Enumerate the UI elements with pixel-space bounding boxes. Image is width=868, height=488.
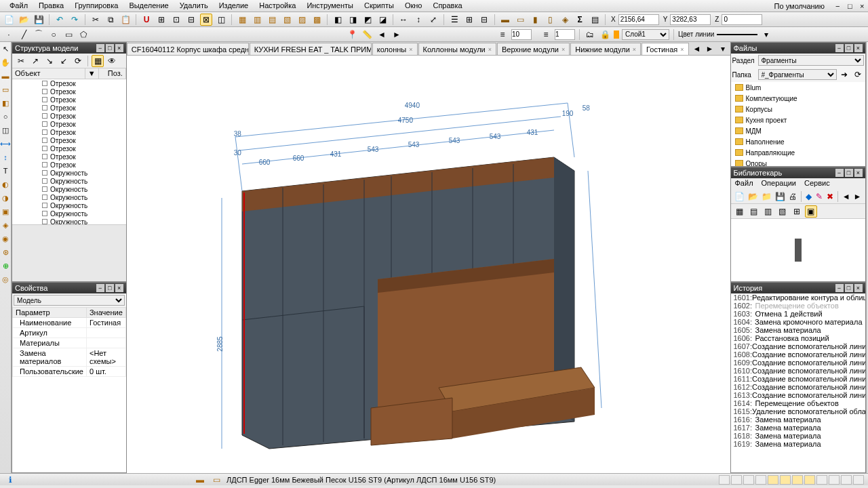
tab-close-icon[interactable]: × [488,46,492,53]
property-row[interactable]: Пользовательские0 шт. [13,367,126,377]
tree-item[interactable]: Отрезок [12,87,126,96]
document-tab[interactable]: Гостиная× [642,43,688,55]
history-item[interactable]: 1617:Замена материала [731,424,865,432]
tab-list-icon[interactable]: ▾ [717,43,729,55]
layer-icon[interactable]: 🗂 [584,28,596,41]
menu-delete[interactable]: Удалить [174,0,214,12]
history-item[interactable]: 1618:Замена материала [731,432,865,440]
sb2-icon[interactable] [731,475,742,485]
history-item[interactable]: 1604:Замена кромочного материала [731,318,865,326]
dim2-icon[interactable]: ↕ [412,14,425,26]
history-item[interactable]: 1613:Создание вспомогательной линии [731,391,865,399]
open-icon[interactable]: 📂 [18,14,30,26]
lib-open-icon[interactable]: 📂 [747,190,759,203]
back-icon[interactable]: ◄ [376,28,388,41]
struct-t4-icon[interactable]: ↙ [58,55,70,67]
lib-c2-icon[interactable]: ✎ [815,190,824,203]
tree-item[interactable]: Отрезок [12,104,126,112]
lib-menu-ops[interactable]: Операции [757,178,800,189]
pan-icon[interactable]: ✋ [0,57,11,68]
lib-c3-icon[interactable]: ✖ [825,190,834,203]
file-folder[interactable]: Blum [731,82,865,93]
tab-close-icon[interactable]: × [633,46,636,53]
lib-new-icon[interactable]: 📄 [734,190,745,203]
sb5-icon[interactable] [768,475,778,485]
sb1-icon[interactable] [719,475,730,485]
linecount-input[interactable] [555,29,575,40]
tree-col-pos[interactable]: Поз. [99,68,126,79]
history-list[interactable]: 1601:Редактирование контура и облицовки … [731,293,865,472]
tree-item[interactable]: Отрезок [12,112,126,120]
lib-add-icon[interactable]: 📁 [761,190,772,203]
text-icon[interactable]: T [0,165,11,176]
tree-item[interactable]: Отрезок [12,152,126,161]
sb9-icon[interactable] [816,475,827,485]
mat5-icon[interactable]: ◈ [559,14,571,26]
files-section-select[interactable]: Фрагменты [758,55,864,66]
history-item[interactable]: 1619:Замена материала [731,440,865,448]
struct-t3-icon[interactable]: ↘ [43,55,56,67]
coord-y-input[interactable] [670,14,711,25]
hw1-icon[interactable]: ◐ [0,179,11,190]
minimize-icon[interactable]: − [830,1,841,12]
history-item[interactable]: 1608:Создание вспомогательной линии [731,350,865,359]
sb11-icon[interactable] [841,475,852,485]
files-list[interactable]: BlumКомплектующиеКорпусыКухня проектМДМН… [731,82,865,166]
tree-item[interactable]: Отрезок [12,161,126,169]
maximize-icon[interactable]: □ [842,1,853,12]
lib-n1-icon[interactable]: ◄ [842,190,851,203]
document-tab[interactable]: Нижние модули× [570,43,641,55]
document-tab[interactable]: Верхние модули× [497,43,570,55]
lib-v1-icon[interactable]: ▦ [734,205,746,218]
history-item[interactable]: 1610:Создание вспомогательной линии [731,367,865,375]
mat3-icon[interactable]: ▮ [529,14,541,26]
menu-edit[interactable]: Правка [33,0,69,12]
paste-icon[interactable]: 📋 [119,14,132,26]
snap3-icon[interactable]: ⊟ [185,14,197,26]
tree-item[interactable]: Окружность [12,201,126,209]
view1-icon[interactable]: ▦ [236,14,248,26]
save-icon[interactable]: 💾 [33,14,45,26]
poly-icon[interactable]: ⬠ [77,28,90,41]
box-icon[interactable]: ◧ [0,98,11,108]
hw7-icon[interactable]: ⊕ [0,260,11,271]
props-model-select[interactable]: Модель [14,295,125,306]
status-info-icon[interactable]: ℹ [4,474,16,486]
canvas-3d[interactable]: 4940 4750 660 660 431 543 543 543 543 43… [127,56,730,473]
panel-min-icon[interactable]: − [96,44,104,52]
files-folder-select[interactable]: #_Фрагменты [758,69,837,80]
file-folder[interactable]: Наполнение [731,136,865,147]
property-row[interactable]: НаименованиеГостиная [13,318,126,328]
struct-t1-icon[interactable]: ✂ [15,55,27,67]
history-item[interactable]: 1607:Создание вспомогательной линии [731,342,865,350]
sb3-icon[interactable] [743,475,754,485]
lineweight-input[interactable] [511,29,532,40]
menu-group[interactable]: Группировка [69,0,123,12]
document-tab[interactable]: КУХНИ FRESH EAT _ TALK ПРИМЕР× [250,43,372,55]
sel-icon[interactable]: ↖ [0,43,11,54]
tree-col-object[interactable]: Объект [12,68,85,79]
hw3-icon[interactable]: ▣ [0,206,11,217]
history-item[interactable]: 1616:Замена материала [731,415,865,424]
lib-v6-icon[interactable]: ▣ [805,205,817,218]
sb12-icon[interactable] [853,475,864,485]
sb7-icon[interactable] [792,475,803,485]
lib-save-icon[interactable]: 💾 [774,190,786,203]
tree-item[interactable]: Отрезок [12,96,126,104]
tab-prev-icon[interactable]: ◄ [691,43,703,55]
tree-item[interactable]: Окружность [12,169,126,177]
mat1-icon[interactable]: ▬ [499,14,511,26]
magnet-icon[interactable]: U [140,14,153,26]
tab-close-icon[interactable]: × [561,46,565,53]
line-icon[interactable]: ╱ [18,28,30,41]
lib-n2-icon[interactable]: ► [853,190,863,203]
tree-item[interactable]: Отрезок [12,144,126,152]
dim3-icon[interactable]: ⤢ [427,14,439,26]
grp2-icon[interactable]: ⊞ [463,14,475,26]
obj4-icon[interactable]: ◪ [376,14,389,26]
tree-item[interactable]: Окружность [12,193,126,201]
snap5-icon[interactable]: ◫ [215,14,227,26]
property-row[interactable]: Артикул [13,328,126,338]
struct-t7-icon[interactable]: 👁 [106,55,118,67]
view2-icon[interactable]: ▥ [251,14,263,26]
